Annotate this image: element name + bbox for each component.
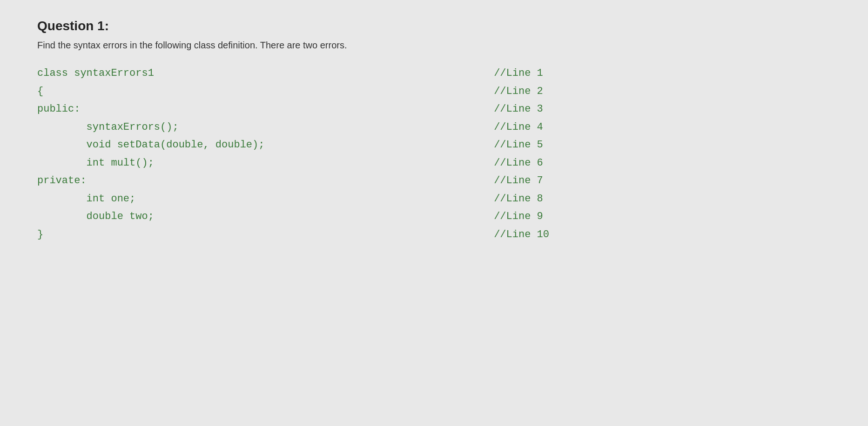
line-numbers: //Line 1 //Line 2 //Line 3 //Line 4 //Li… bbox=[494, 65, 549, 244]
question-description: Find the syntax errors in the following … bbox=[37, 40, 596, 51]
code-block: class syntaxErrors1 { public: syntaxErro… bbox=[37, 65, 549, 244]
question-title: Question 1: bbox=[37, 19, 596, 33]
content-area: Question 1: Find the syntax errors in th… bbox=[37, 19, 596, 244]
code-lines: class syntaxErrors1 { public: syntaxErro… bbox=[37, 65, 264, 244]
